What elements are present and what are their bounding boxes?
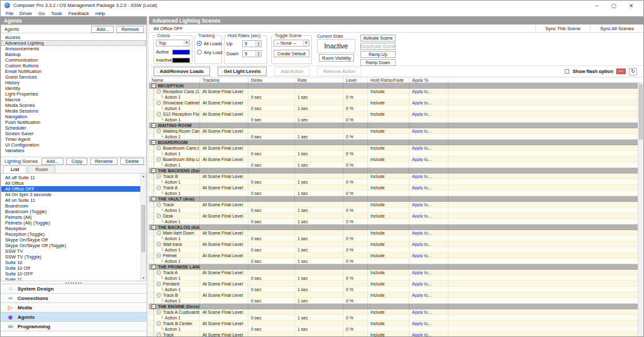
tab-room[interactable]: Room bbox=[28, 165, 55, 173]
ramp-up-button[interactable]: Ramp Up bbox=[360, 51, 396, 58]
column-header-level[interactable]: Level bbox=[343, 77, 368, 82]
apply-to-link[interactable]: Apply to... bbox=[412, 185, 431, 190]
action-row[interactable]: └Action 10 sec1 sec0 % bbox=[149, 179, 643, 185]
apply-to-link[interactable]: Apply to... bbox=[412, 89, 431, 94]
active-color-swatch[interactable] bbox=[172, 50, 190, 55]
column-header-delay[interactable]: Delay bbox=[248, 77, 295, 82]
load-row[interactable]: −Track AAt Scene Final LevelIncludeApply… bbox=[149, 185, 643, 191]
action-row[interactable]: └Action 10 sec1 sec0 % bbox=[149, 191, 643, 196]
action-row[interactable]: └Action 10 sec1 sec0 % bbox=[149, 207, 643, 213]
toggle-scene-dropdown[interactable]: -- None -- ▼ bbox=[274, 40, 309, 47]
agent-list-item[interactable]: History bbox=[1, 80, 146, 86]
refresh-icon[interactable]: ↻ bbox=[629, 68, 637, 75]
collapse-load-icon[interactable]: − bbox=[157, 101, 161, 105]
collapse-group-icon[interactable]: − bbox=[152, 168, 156, 173]
apply-to-link[interactable]: Apply to... bbox=[412, 293, 431, 297]
action-row[interactable]: └Action 10 sec1 sec0 % bbox=[149, 275, 643, 281]
column-header-apply[interactable]: Apply To bbox=[409, 77, 448, 82]
menu-go[interactable]: Go bbox=[35, 11, 48, 16]
scene-list-item[interactable]: Suite 11 bbox=[1, 277, 146, 281]
agent-list-item[interactable]: Timer Agent bbox=[1, 136, 146, 142]
scene-list-item[interactable]: Pelmets (All) bbox=[1, 214, 146, 220]
nav-item-agents[interactable]: ◉Agents bbox=[1, 312, 147, 322]
action-row[interactable]: └Action 10 sec1 sec0 % bbox=[149, 219, 643, 224]
colors-dropdown[interactable]: Top ▼ bbox=[156, 40, 190, 47]
load-row[interactable]: −TrackAt Scene Final LevelIncludeApply t… bbox=[149, 332, 643, 336]
action-row[interactable]: └Action 10 sec1 sec0 % bbox=[149, 258, 643, 264]
load-row[interactable]: −Main light DownAt Scene Final LevelIncl… bbox=[149, 230, 643, 236]
apply-to-link[interactable]: Apply to... bbox=[412, 112, 431, 116]
scene-list-item[interactable]: Suite 10 OFF bbox=[1, 271, 146, 277]
load-row[interactable]: −PendantAt Scene Final LevelIncludeApply… bbox=[149, 281, 643, 287]
agents-remove-button[interactable]: Remove bbox=[116, 26, 144, 33]
apply-to-link[interactable]: Apply to... bbox=[412, 253, 431, 258]
action-row[interactable]: └Action 10 sec1 sec0 % bbox=[149, 151, 643, 157]
collapse-load-icon[interactable]: − bbox=[157, 282, 161, 286]
agent-list-item[interactable]: Email Notification bbox=[1, 69, 146, 74]
collapse-load-icon[interactable]: − bbox=[157, 174, 161, 179]
collapse-load-icon[interactable]: − bbox=[157, 321, 161, 326]
collapse-group-icon[interactable]: − bbox=[152, 84, 156, 88]
get-light-levels-button[interactable]: Get Light Levels bbox=[218, 67, 267, 76]
agent-list-item[interactable]: Screen Saver bbox=[1, 131, 146, 136]
nav-item-programming[interactable]: </>Programming bbox=[1, 322, 147, 331]
agent-list-item[interactable]: Custom Buttons bbox=[1, 63, 146, 69]
scenes-scrollbar[interactable]: ▲ ▼ bbox=[140, 174, 146, 280]
collapse-group-icon[interactable]: − bbox=[152, 197, 156, 201]
menu-tools[interactable]: Tools bbox=[48, 11, 65, 16]
menu-driver[interactable]: Driver bbox=[16, 11, 35, 16]
scene-list-item[interactable]: All Office OFF bbox=[1, 186, 146, 192]
scene-list-item[interactable]: SSW TV (Toggle) bbox=[1, 254, 146, 260]
collapse-load-icon[interactable]: − bbox=[157, 293, 161, 297]
collapse-load-icon[interactable]: − bbox=[157, 270, 161, 275]
apply-to-link[interactable]: Apply to... bbox=[412, 214, 431, 218]
scene-list-item[interactable]: Reception (Toggle) bbox=[1, 231, 146, 237]
spinner-arrows-icon[interactable]: ▲▼ bbox=[255, 51, 261, 57]
load-row[interactable]: −Track BAt Scene Final LevelIncludeApply… bbox=[149, 174, 643, 179]
apply-to-link[interactable]: Apply to... bbox=[412, 129, 431, 133]
apply-to-link[interactable]: Apply to... bbox=[412, 333, 431, 337]
collapse-group-icon[interactable]: − bbox=[152, 225, 156, 229]
action-row[interactable]: └Action 10 sec1 sec0 % bbox=[149, 106, 643, 111]
load-row[interactable]: −Reception Cans (11)At Scene Final Level… bbox=[149, 89, 643, 94]
load-row[interactable]: −Boardroom Cans (6)At Scene Final LevelI… bbox=[149, 145, 643, 151]
collapse-load-icon[interactable]: − bbox=[157, 89, 161, 94]
scene-list-item[interactable]: All Office bbox=[1, 180, 146, 186]
scene-list-item[interactable]: SSW TV bbox=[1, 248, 146, 254]
action-row[interactable]: └Action 10 sec1 sec0 % bbox=[149, 287, 643, 292]
collapse-load-icon[interactable]: − bbox=[157, 112, 161, 116]
menu-feedback[interactable]: Feedback bbox=[65, 11, 92, 16]
nav-item-system-design[interactable]: ⌂System Design bbox=[1, 284, 147, 294]
load-row[interactable]: −S12 Reception Floor ...At Scene Final L… bbox=[149, 111, 643, 117]
load-row[interactable]: −Track B CenterAt Scene Final LevelInclu… bbox=[149, 321, 643, 326]
agent-list-item[interactable]: Backup bbox=[1, 52, 146, 57]
action-row[interactable]: └Action 10 sec1 sec0 % bbox=[149, 236, 643, 241]
collapse-load-icon[interactable]: − bbox=[157, 231, 161, 235]
column-header-hold[interactable]: Hold Ramp/Fade bbox=[368, 77, 409, 82]
collapse-load-icon[interactable]: − bbox=[157, 310, 161, 314]
table-scrollbar[interactable] bbox=[638, 83, 643, 336]
agent-list-item[interactable]: Navigation bbox=[1, 114, 146, 119]
action-row[interactable]: └Action 10 sec1 sec0 % bbox=[149, 247, 643, 253]
apply-to-link[interactable]: Apply to... bbox=[412, 231, 431, 235]
sync-this-scene-button[interactable]: Sync This Scene bbox=[535, 25, 590, 32]
scene-list-item[interactable]: Boardroom bbox=[1, 203, 146, 209]
action-row[interactable]: └Action 10 sec1 sec0 % bbox=[149, 117, 643, 123]
group-row[interactable]: −THE BACKLOG (Adam) bbox=[149, 224, 643, 230]
create-default-button[interactable]: Create Default bbox=[274, 50, 309, 57]
action-row[interactable]: └Action 10 sec1 sec0 % bbox=[149, 94, 643, 100]
scene-list-item[interactable]: All off Suite 11 bbox=[1, 175, 146, 180]
agent-list-item[interactable]: Light Properties bbox=[1, 91, 146, 97]
sync-all-scenes-button[interactable]: Sync All Scenes bbox=[590, 25, 643, 32]
group-row[interactable]: −THE BACKEND (SysAd... bbox=[149, 168, 643, 174]
agent-list-item[interactable]: Identity bbox=[1, 86, 146, 91]
collapse-load-icon[interactable]: − bbox=[157, 214, 161, 218]
group-row[interactable]: −THE VAULT (Ana) bbox=[149, 196, 643, 202]
scene-list-item[interactable]: All on Suite 11 bbox=[1, 197, 146, 203]
collapse-load-icon[interactable]: − bbox=[157, 253, 161, 258]
tab-list[interactable]: List bbox=[3, 165, 26, 173]
group-row[interactable]: −THE PROMISE LAND (... bbox=[149, 264, 643, 270]
agent-list-item[interactable]: Communication bbox=[1, 57, 146, 63]
activate-scene-button[interactable]: Activate Scene bbox=[360, 35, 396, 41]
load-row[interactable]: −Showcase Cabinet C...At Scene Final Lev… bbox=[149, 100, 643, 106]
